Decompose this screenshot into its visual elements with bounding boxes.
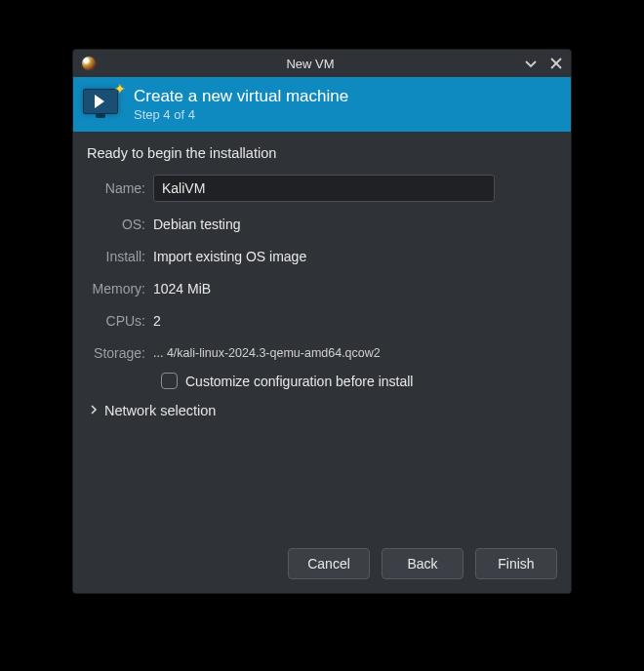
wizard-body: Ready to begin the installation Name: OS… bbox=[73, 132, 571, 536]
vm-icon: ✦ bbox=[83, 85, 124, 124]
storage-label: Storage: bbox=[87, 345, 153, 361]
row-cpus: CPUs: 2 bbox=[87, 308, 555, 334]
back-button[interactable]: Back bbox=[382, 548, 463, 579]
row-install: Install: Import existing OS image bbox=[87, 244, 555, 269]
app-icon bbox=[81, 56, 97, 71]
ready-heading: Ready to begin the installation bbox=[87, 145, 555, 161]
wizard-footer: Cancel Back Finish bbox=[73, 536, 571, 593]
storage-value: ... 4/kali-linux-2024.3-qemu-amd64.qcow2 bbox=[153, 346, 555, 360]
os-value: Debian testing bbox=[153, 217, 555, 232]
customize-label: Customize configuration before install bbox=[185, 374, 413, 389]
install-value: Import existing OS image bbox=[153, 249, 555, 264]
row-name: Name: bbox=[87, 175, 555, 202]
wizard-header: ✦ Create a new virtual machine Step 4 of… bbox=[73, 77, 571, 132]
wizard-step: Step 4 of 4 bbox=[134, 107, 348, 122]
window-title: New VM bbox=[97, 57, 524, 71]
install-label: Install: bbox=[87, 249, 153, 264]
cpus-value: 2 bbox=[153, 313, 555, 329]
chevron-down-icon bbox=[524, 57, 538, 70]
network-selection-expander[interactable]: Network selection bbox=[87, 403, 555, 418]
os-label: OS: bbox=[87, 217, 153, 232]
new-vm-dialog: New VM ✦ Create a new virtual machine St… bbox=[72, 49, 572, 594]
row-os: OS: Debian testing bbox=[87, 212, 555, 237]
cancel-button[interactable]: Cancel bbox=[288, 548, 370, 579]
wizard-title: Create a new virtual machine bbox=[134, 87, 348, 106]
close-button[interactable] bbox=[549, 57, 563, 70]
wizard-header-text: Create a new virtual machine Step 4 of 4 bbox=[134, 87, 348, 122]
window-controls bbox=[524, 57, 563, 70]
titlebar: New VM bbox=[73, 50, 571, 77]
minimize-button[interactable] bbox=[524, 57, 538, 70]
close-icon bbox=[550, 58, 562, 69]
row-memory: Memory: 1024 MiB bbox=[87, 276, 555, 301]
customize-row: Customize configuration before install bbox=[87, 373, 555, 389]
chevron-right-icon bbox=[89, 403, 99, 418]
finish-button[interactable]: Finish bbox=[475, 548, 557, 579]
network-selection-label: Network selection bbox=[104, 403, 216, 418]
row-storage: Storage: ... 4/kali-linux-2024.3-qemu-am… bbox=[87, 340, 555, 366]
cpus-label: CPUs: bbox=[87, 313, 153, 329]
customize-checkbox[interactable] bbox=[161, 373, 178, 389]
memory-label: Memory: bbox=[87, 281, 153, 296]
name-input[interactable] bbox=[153, 175, 495, 202]
name-label: Name: bbox=[87, 180, 153, 196]
memory-value: 1024 MiB bbox=[153, 281, 555, 296]
